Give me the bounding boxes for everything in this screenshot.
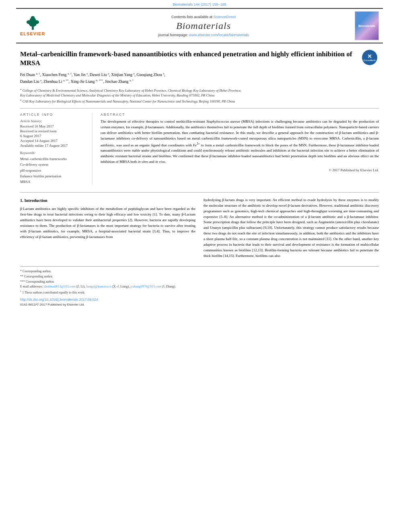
elsevier-logo: ELSEVIER [20,15,52,36]
intro-col-right: hydrolysing β-lactam drugs is very impor… [204,197,379,261]
footer-notes: * Corresponding author. ** Corresponding… [20,266,379,308]
revised-date: 6 August 2017 [20,134,87,138]
abstract-text: The development of effective therapies t… [101,119,379,165]
keyword-3: pH-responsive [20,168,87,173]
journal-homepage-line: journal homepage: www.elsevier.com/locat… [52,33,355,37]
introduction-section: 1. Introduction β-Lactam antibiotics are… [20,192,379,261]
affiliation-b: b CAS Key Laboratory for Biological Effe… [20,98,379,104]
article-info-abstract-section: ARTICLE INFO Article history: Received 1… [20,108,379,185]
crossmark-label: CrossMark [364,59,376,62]
intro-para-2: hydrolysing β-lactam drugs is very impor… [204,197,379,259]
email-addresses: E-mail addresses: zhenhuali013@163.com (… [20,284,379,290]
elsevier-label: ELSEVIER [20,31,45,36]
email-label: E-mail addresses: [20,285,43,288]
received-revised-label: Received in revised form [20,129,87,133]
affiliations: a College of Chemistry & Environmental S… [20,87,379,104]
corresponding-note-1: * Corresponding author. [20,269,379,274]
article-info-heading: ARTICLE INFO [20,113,87,117]
page: Biomaterials 144 (2017) 155–165 ELSEVIER [0,0,399,532]
article-title: Metal–carbenicillin framework-based nano… [20,50,379,68]
article-history-label: Article history: [20,119,87,123]
crossmark-x-icon: ✕ [367,53,372,59]
email2[interactable]: liangxj@nanotcr.cn [86,285,111,288]
keywords-heading: Keywords: [20,151,87,155]
available-online-date: Available online 17 August 2017 [20,144,87,148]
journal-title: Biomaterials [52,21,355,31]
abstract-column: ABSTRACT The development of effective th… [101,113,379,185]
keyword-1: Metal–carbenicillin frameworks [20,156,87,162]
journal-header: ELSEVIER Contents lists available at Sci… [16,8,383,43]
intro-section-title: 1. Introduction [20,197,195,204]
received-date: Received 16 May 2017 [20,124,87,128]
email1[interactable]: zhenhuali013@163.com [44,285,75,288]
doi-line[interactable]: http://dx.doi.org/10.1016/j.biomaterials… [20,297,379,303]
svg-point-5 [31,16,35,19]
sciencedirect-link[interactable]: ScienceDirect [214,15,236,19]
email1-note: (Z. Li), [76,285,85,288]
email3-note: (J. Zhang). [162,285,176,288]
intro-two-col: 1. Introduction β-Lactam antibiotics are… [20,197,379,261]
article-content: Metal–carbenicillin framework-based nano… [0,43,399,312]
copyright-line: © 2017 Published by Elsevier Ltd. [101,168,379,172]
journal-homepage-link[interactable]: www.elsevier.com/locate/biomaterials [189,33,249,37]
elsevier-tree-icon [24,15,42,31]
abstract-heading: ABSTRACT [101,113,379,117]
keyword-5: MRSA [20,179,87,185]
journal-header-center: Contents lists available at ScienceDirec… [52,15,355,37]
affiliation-a: a College of Chemistry & Environmental S… [20,87,379,98]
journal-cover-thumbnail: Biomaterials [355,11,379,40]
footnote-1: 1 1 These authors contributed equally to… [20,290,379,295]
crossmark-badge[interactable]: ✕ CrossMark [362,50,379,67]
intro-col-left: 1. Introduction β-Lactam antibiotics are… [20,197,195,261]
article-info-column: ARTICLE INFO Article history: Received 1… [20,113,93,185]
top-journal-ref: Biomaterials 144 (2017) 155–165 [0,0,399,8]
keyword-4: Enhance biofilm penetration [20,173,87,179]
email2-note: (X.-J. Liang), [112,285,130,288]
accepted-date: Accepted 14 August 2017 [20,139,87,143]
sciencedirect-line: Contents lists available at ScienceDirec… [52,15,355,19]
keyword-2: Co-delivery system [20,162,87,167]
corresponding-note-2: ** Corresponding author. [20,274,379,279]
email3[interactable]: jczhang6970@163.com [130,285,161,288]
intro-para-1: β-Lactam antibiotics are highly specific… [20,206,195,240]
authors-line: Fei Duan a, 1, Xiaochen Feng a, 1, Yan J… [20,72,379,85]
issn-line: 0142-9612/© 2017 Published by Elsevier L… [20,302,379,308]
keywords-list: Metal–carbenicillin frameworks Co-delive… [20,156,87,185]
corresponding-note-3: *** Corresponding author. [20,279,379,285]
